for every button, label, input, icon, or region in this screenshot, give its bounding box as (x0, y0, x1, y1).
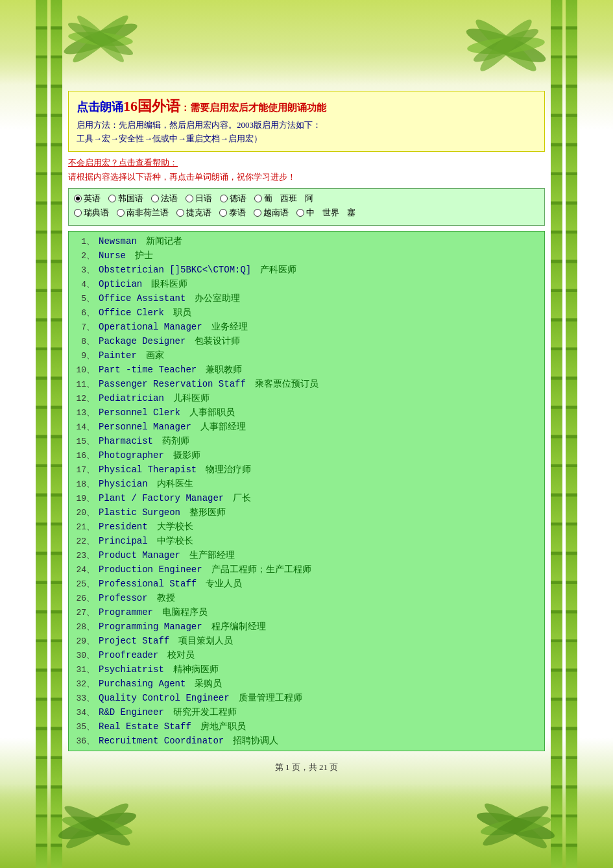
vocab-item[interactable]: 4、Optician 眼科医师 (69, 277, 544, 291)
vocab-num: 32、 (74, 678, 95, 690)
radio-jp[interactable] (186, 195, 193, 202)
vocab-item[interactable]: 34、R&D Engineer 研究开发工程师 (69, 705, 544, 719)
vocab-item[interactable]: 18、Physician 内科医生 (69, 477, 544, 491)
vocab-item[interactable]: 21、President 大学校长 (69, 520, 544, 534)
vocab-item[interactable]: 24、Production Engineer 产品工程师；生产工程师 (69, 562, 544, 577)
radio-zh[interactable] (296, 209, 304, 217)
lang-option-nl[interactable]: 南非荷兰语 (117, 207, 169, 219)
vocab-item[interactable]: 6、Office Clerk 职员 (69, 306, 544, 320)
vocab-item[interactable]: 32、Purchasing Agent 采购员 (69, 677, 544, 691)
vocab-chinese: 眼科医师 (142, 279, 187, 289)
lang-option-en[interactable]: 英语 (74, 193, 101, 204)
lang-label-kr: 韩国语 (118, 193, 143, 204)
header-desc-line1: 启用方法：先启用编辑，然后启用宏内容。2003版启用方法如下： (77, 119, 536, 132)
vocab-item[interactable]: 16、Photographer 摄影师 (69, 448, 544, 463)
vocab-english: Plastic Surgeon (99, 507, 180, 518)
vocab-item[interactable]: 19、Plant / Factory Manager 厂长 (69, 491, 544, 505)
vocab-num: 19、 (74, 492, 95, 504)
vocab-item[interactable]: 20、Plastic Surgeon 整形医师 (69, 505, 544, 520)
vocab-english: Real Estate Staff (99, 721, 191, 732)
lang-option-fr[interactable]: 法语 (151, 193, 178, 204)
header-title: 点击朗诵16国外语：需要启用宏后才能使用朗诵功能 (77, 97, 536, 116)
vocab-english: Professor (99, 593, 148, 603)
lang-option-de[interactable]: 德语 (220, 193, 246, 204)
lang-option-kr[interactable]: 韩国语 (108, 193, 143, 204)
vocab-text: Psychiatrist 精神病医师 (99, 664, 219, 675)
help-link[interactable]: 不会启用宏？点击查看帮助： (68, 157, 545, 169)
vocab-item[interactable]: 27、Programmer 电脑程序员 (69, 605, 544, 620)
vocab-chinese: 厂长 (224, 493, 251, 503)
vocab-item[interactable]: 11、Passenger Reservation Staff 乘客票位预订员 (69, 377, 544, 391)
radio-sv[interactable] (74, 209, 82, 217)
vocab-num: 25、 (74, 578, 95, 590)
radio-pt[interactable] (254, 195, 262, 202)
lang-row-1: 英语 韩国语 法语 日语 德语 (74, 193, 539, 204)
vocab-item[interactable]: 17、Physical Therapist 物理治疗师 (69, 463, 544, 477)
vocab-english: Personnel Manager (99, 422, 191, 432)
lang-option-vi[interactable]: 越南语 (254, 207, 289, 219)
lang-option-cs[interactable]: 捷克语 (176, 207, 211, 219)
vocab-item[interactable]: 33、Quality Control Engineer 质量管理工程师 (69, 691, 544, 705)
content-area: 点击朗诵16国外语：需要启用宏后才能使用朗诵功能 启用方法：先启用编辑，然后启用… (68, 0, 545, 812)
bamboo-stalk-right1 (566, 0, 577, 868)
vocab-item[interactable]: 10、Part -time Teacher 兼职教师 (69, 363, 544, 377)
vocab-chinese: 产品工程师；生产工程师 (202, 564, 311, 575)
vocab-english: Principal (99, 536, 148, 546)
vocab-chinese: 人事部经理 (191, 422, 246, 432)
vocab-text: Nurse 护士 (99, 250, 153, 261)
radio-nl[interactable] (117, 209, 125, 217)
vocab-item[interactable]: 1、Newsman 新闻记者 (69, 234, 544, 248)
lang-option-sv[interactable]: 瑞典语 (74, 207, 109, 219)
header-desc-line2: 工具→宏→安全性→低或中→重启文档→启用宏） (77, 132, 536, 146)
vocab-item[interactable]: 5、Office Assistant 办公室助理 (69, 291, 544, 306)
vocab-text: Purchasing Agent 采购员 (99, 678, 222, 690)
header-desc: 启用方法：先启用编辑，然后启用宏内容。2003版启用方法如下： 工具→宏→安全性… (77, 119, 536, 146)
vocab-text: Production Engineer 产品工程师；生产工程师 (99, 564, 311, 575)
vocab-text: Operational Manager 业务经理 (99, 321, 248, 333)
radio-kr[interactable] (108, 195, 116, 202)
vocab-item[interactable]: 12、Pediatrician 儿科医师 (69, 391, 544, 405)
vocab-item[interactable]: 30、Proofreader 校对员 (69, 648, 544, 662)
vocab-item[interactable]: 29、Project Staff 项目策划人员 (69, 634, 544, 648)
radio-cs[interactable] (176, 209, 184, 217)
vocab-num: 10、 (74, 364, 95, 376)
lang-label-nl: 南非荷兰语 (126, 207, 169, 219)
vocab-item[interactable]: 25、Professional Staff 专业人员 (69, 577, 544, 591)
vocab-chinese: 新闻记者 (137, 236, 182, 247)
radio-th[interactable] (219, 209, 227, 217)
lang-option-jp[interactable]: 日语 (186, 193, 212, 204)
vocab-chinese: 程序编制经理 (202, 621, 266, 632)
vocab-chinese: 物理治疗师 (197, 464, 251, 475)
vocab-item[interactable]: 9、Painter 画家 (69, 348, 544, 363)
vocab-item[interactable]: 26、Professor 教授 (69, 591, 544, 605)
radio-de[interactable] (220, 195, 228, 202)
vocab-num: 11、 (74, 378, 95, 390)
vocab-item[interactable]: 14、Personnel Manager 人事部经理 (69, 420, 544, 434)
vocab-num: 8、 (74, 335, 95, 347)
vocab-chinese: 办公室助理 (186, 293, 240, 304)
vocab-item[interactable]: 15、Pharmacist 药剂师 (69, 434, 544, 448)
vocab-item[interactable]: 13、Personnel Clerk 人事部职员 (69, 405, 544, 420)
vocab-item[interactable]: 35、Real Estate Staff 房地产职员 (69, 719, 544, 734)
vocab-item[interactable]: 28、Programming Manager 程序编制经理 (69, 620, 544, 634)
lang-option-zh[interactable]: 中 (296, 207, 315, 219)
vocab-item[interactable]: 8、Package Designer 包装设计师 (69, 334, 544, 348)
vocab-item[interactable]: 31、Psychiatrist 精神病医师 (69, 662, 544, 677)
vocab-item[interactable]: 2、Nurse 护士 (69, 248, 544, 263)
vocab-item[interactable]: 7、Operational Manager 业务经理 (69, 320, 544, 334)
vocab-item[interactable]: 23、Product Manager 生产部经理 (69, 548, 544, 562)
header-title-prefix[interactable]: 点击朗诵 (77, 101, 123, 114)
lang-option-th[interactable]: 泰语 (219, 207, 246, 219)
lang-option-pt[interactable]: 葡 (254, 193, 272, 204)
vocab-text: Painter 画家 (99, 350, 164, 361)
vocab-item[interactable]: 3、Obstetrician []5BKC<\CTOM:Q] 产科医师 (69, 263, 544, 277)
vocab-item[interactable]: 22、Principal 中学校长 (69, 534, 544, 548)
page-wrapper: 点击朗诵16国外语：需要启用宏后才能使用朗诵功能 启用方法：先启用编辑，然后启用… (0, 0, 613, 868)
radio-en[interactable] (74, 195, 82, 202)
radio-vi[interactable] (254, 209, 261, 217)
vocab-chinese: 校对员 (158, 650, 195, 660)
radio-fr[interactable] (151, 195, 159, 202)
vocab-item[interactable]: 36、Recruitment Coordinator 招聘协调人 (69, 734, 544, 748)
vocab-english: Plant / Factory Manager (99, 493, 224, 503)
vocab-num: 14、 (74, 421, 95, 433)
